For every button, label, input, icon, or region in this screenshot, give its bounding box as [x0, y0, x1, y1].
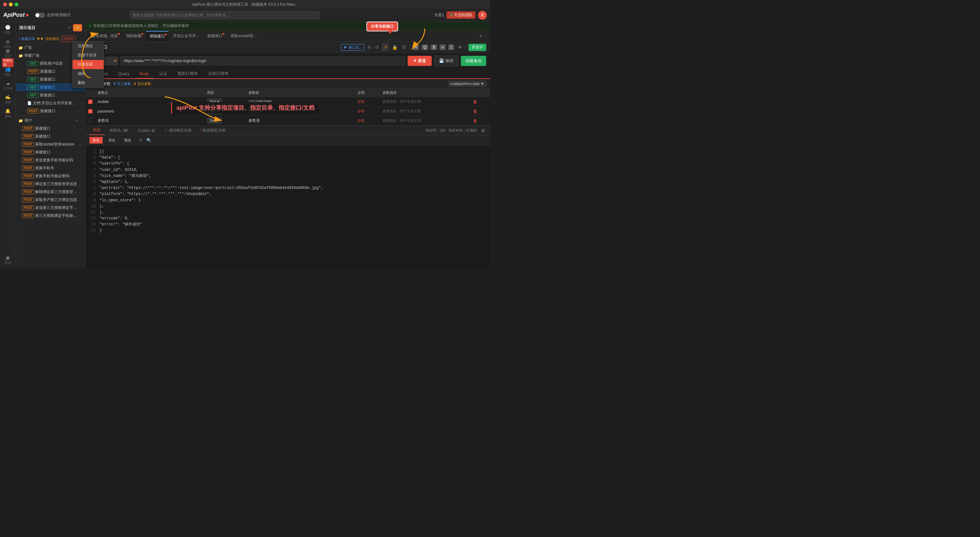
lock-button[interactable]: 🔒: [391, 44, 398, 51]
share-dir-icon[interactable]: ↗: [67, 25, 71, 30]
tab-getinfo[interactable]: 获取前端...信息: [88, 31, 122, 41]
api-post-send-sms[interactable]: POST 发送更换手机号验证码 ···: [16, 156, 85, 164]
minimize-button[interactable]: [9, 3, 13, 6]
api-post-new5[interactable]: POST 新建接口 ···: [16, 148, 85, 156]
api-post-bind-phone-verify[interactable]: POST 第三方授权绑定手机验证... ···: [16, 212, 85, 220]
share-button[interactable]: ↗: [73, 24, 82, 31]
sidebar-icon-blog[interactable]: ✍ 博客: [2, 94, 14, 105]
create-backup-button[interactable]: 创建备份: [461, 56, 486, 66]
add-tab-icon[interactable]: +: [479, 33, 482, 39]
tab-login[interactable]: 登陆接口: [146, 31, 169, 41]
more-icon[interactable]: ···: [79, 214, 83, 218]
api-item-post-new2[interactable]: POST 新建接口 ···: [16, 107, 85, 115]
param-name-cell-0[interactable]: [95, 97, 204, 107]
response-tab-error-example[interactable]: ! 错误响应示例: [197, 126, 229, 135]
b-button[interactable]: B: [431, 45, 437, 50]
more-icon[interactable]: ···: [79, 198, 83, 202]
api-post-verify-phone[interactable]: POST 更换手机号验证密码 ···: [16, 172, 85, 180]
sidebar-icon-cloud[interactable]: ☁ 云大使: [2, 80, 14, 91]
api-post-unbind-auth[interactable]: POST 解除绑定第三方授权登录信息 ···: [16, 188, 85, 196]
format-button[interactable]: ≡: [440, 45, 445, 50]
checkbox-cell-2[interactable]: [86, 116, 95, 126]
api-post-get-third-party[interactable]: POST 获取用户第三方绑定信息 ···: [16, 196, 85, 204]
param-type-cell-2[interactable]: Text ▾: [204, 116, 246, 126]
sidebar-icon-apps[interactable]: ▣ 应用: [2, 255, 14, 266]
api-item-get-new2[interactable]: GET 新建接口 ···: [16, 91, 85, 99]
refresh-button[interactable]: ↺: [374, 44, 380, 51]
param-type-button-0[interactable]: Text ▾: [207, 99, 222, 105]
save-button[interactable]: 💾 保存: [434, 56, 458, 66]
team-button[interactable]: 🐻天启的团队: [447, 11, 476, 19]
param-name-cell-1[interactable]: [95, 107, 204, 116]
search-response-icon[interactable]: 🔍: [146, 138, 151, 143]
h-button[interactable]: H: [412, 45, 419, 50]
folder-users[interactable]: 📁 用户 ▾ ···: [16, 117, 85, 124]
export-params-button[interactable]: ⬇ 导出参数: [134, 81, 151, 86]
api-post-new3[interactable]: POST 新建接口 ···: [16, 124, 85, 132]
context-menu-item-delete[interactable]: 删除: [73, 78, 103, 88]
param-value-cell-0[interactable]: [246, 97, 355, 107]
dark-mode-switch[interactable]: [35, 13, 45, 18]
sidebar-icon-apis[interactable]: ⊞ APIs: [2, 38, 14, 49]
sidebar-icon-team[interactable]: 👥 团队: [2, 66, 14, 77]
sub-tab-body[interactable]: Body: [135, 69, 153, 79]
param-value-input-0[interactable]: [248, 100, 353, 104]
context-menu-item-edit[interactable]: 编辑: [73, 69, 103, 78]
response-tab-success-example[interactable]: ✓ 成功响应示例: [161, 126, 195, 135]
param-name-input-2[interactable]: [98, 119, 202, 123]
tab-socket[interactable]: 获取socket登...: [227, 31, 260, 41]
more-icon[interactable]: ···: [79, 150, 83, 155]
flow-test-button[interactable]: ▶▶ 流程测试: [37, 37, 59, 41]
num-button[interactable]: 2: [448, 45, 454, 50]
more-tabs-icon[interactable]: ···: [484, 33, 487, 38]
context-menu-item-new-subdir[interactable]: 新建子目录: [73, 51, 103, 60]
param-delete-cell-0[interactable]: 🗑: [470, 97, 490, 107]
q-button[interactable]: Q: [422, 45, 428, 50]
tab-new-api[interactable]: 新建接口: [204, 31, 226, 41]
sub-tab-post-script[interactable]: 后执行脚本: [204, 69, 233, 79]
more-icon[interactable]: ···: [79, 101, 83, 106]
response-tab-cookie[interactable]: Cookie 4: [134, 127, 159, 134]
param-name-input-1[interactable]: [98, 109, 202, 113]
param-value-cell-2[interactable]: [246, 116, 355, 126]
sidebar-icon-recent[interactable]: 🕐 最近: [2, 24, 14, 35]
skin-toggle[interactable]: 皮肤/暗黑模式: [35, 12, 71, 18]
api-post-new4[interactable]: POST 新建接口 ···: [16, 132, 85, 140]
send-button[interactable]: ✈ 发送: [407, 56, 432, 66]
search-input[interactable]: [130, 11, 320, 19]
param-delete-icon-1[interactable]: 🗑: [473, 109, 477, 114]
param-type-button-1[interactable]: Text ▾: [207, 108, 222, 114]
more-icon[interactable]: ···: [79, 134, 83, 139]
eye-button[interactable]: 👁: [457, 44, 463, 51]
view-beautify-button[interactable]: 美化: [89, 137, 103, 143]
response-tab-headers[interactable]: 响应头 14: [106, 126, 132, 135]
checkbox-cell-0[interactable]: ✓: [86, 97, 95, 107]
param-type-button-2[interactable]: Text ▾: [207, 118, 222, 124]
param-name-input-0[interactable]: [98, 100, 202, 104]
param-desc-cell-2[interactable]: 参数描述，用于生成文档: [380, 116, 470, 126]
api-post-socket[interactable]: POST 获取socket登录session ···: [16, 140, 85, 148]
copy-response-icon[interactable]: ⎘: [140, 138, 142, 143]
param-type-cell-0[interactable]: Text ▾: [204, 97, 246, 107]
sub-tab-query[interactable]: Query: [114, 69, 134, 79]
param-desc-cell-1[interactable]: 参数描述，用于生成文档: [380, 107, 470, 116]
more-icon[interactable]: ···: [79, 158, 83, 163]
param-delete-icon-2[interactable]: 🗑: [473, 118, 477, 123]
url-input[interactable]: [121, 56, 405, 65]
interface-desc-button[interactable]: ▶ 接口说...: [341, 44, 364, 51]
context-menu-item-flow[interactable]: 流程测试: [73, 41, 103, 51]
doc-item-wechat[interactable]: 📄 文档 开启公众号开发者模式 ···: [16, 99, 85, 107]
sub-tab-auth[interactable]: 认证: [155, 69, 172, 79]
more-icon[interactable]: ···: [79, 126, 83, 131]
param-value-cell-1[interactable]: [246, 107, 355, 116]
checkbox-unchecked[interactable]: [88, 118, 92, 123]
response-settings-icon[interactable]: ⚙: [480, 127, 486, 134]
context-menu-item-share[interactable]: 分享目录: [73, 60, 103, 69]
param-value-input-1[interactable]: [248, 109, 353, 113]
response-tab-body[interactable]: 响应: [89, 126, 105, 135]
param-name-cell-2[interactable]: [95, 116, 204, 126]
param-type-cell-1[interactable]: Text ▾: [204, 107, 246, 116]
more-icon[interactable]: ···: [79, 174, 83, 179]
view-preview-button[interactable]: 预览: [121, 137, 134, 143]
more-icon[interactable]: ···: [79, 93, 83, 98]
